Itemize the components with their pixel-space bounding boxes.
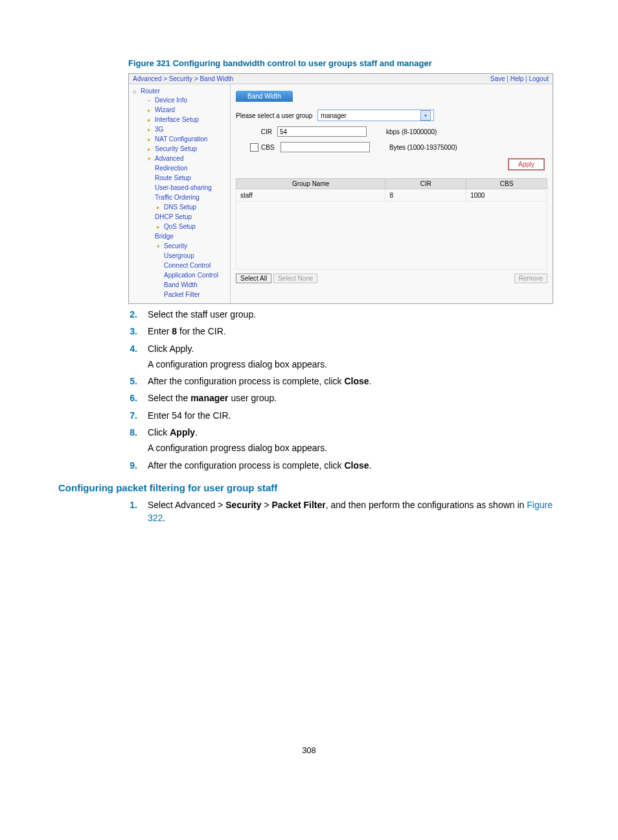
tab-band-width[interactable]: Band Width	[236, 91, 293, 102]
cir-label: CIR	[250, 128, 272, 135]
folder-icon: ▸	[155, 224, 161, 230]
step-num: 3.	[105, 325, 137, 338]
cbs-hint: Bytes (1000-19375000)	[389, 144, 457, 151]
step-body: Enter 54 for the CIR.	[148, 409, 560, 422]
step-body: Click Apply.	[148, 426, 560, 439]
cbs-label: CBS	[261, 144, 275, 151]
step-body: After the configuration process is compl…	[148, 375, 560, 388]
nav-route-setup[interactable]: Route Setup	[132, 173, 230, 183]
remove-button[interactable]: Remove	[514, 274, 547, 283]
apply-button[interactable]: Apply	[508, 158, 545, 170]
th-cir[interactable]: CIR	[385, 179, 466, 189]
nav-dns-setup[interactable]: ▸DNS Setup	[132, 202, 230, 212]
folder-icon: ▸	[146, 146, 152, 152]
groups-table: Group Name CIR CBS staff 8 1000	[236, 178, 547, 270]
cbs-input[interactable]	[280, 142, 370, 152]
main-pane: Band Width Please select a user group ma…	[230, 84, 553, 303]
nav-packet-filter[interactable]: Packet Filter	[132, 290, 230, 299]
nav-wizard[interactable]: ▸Wizard	[132, 105, 230, 115]
nav-root[interactable]: ⌂ Router	[132, 87, 230, 95]
select-all-button[interactable]: Select All	[236, 274, 271, 283]
logout-link[interactable]: Logout	[529, 75, 549, 82]
step-body: Select Advanced > Security > Packet Filt…	[148, 498, 560, 525]
step-followup: A configuration progress dialog box appe…	[148, 441, 560, 454]
nav-connect-control[interactable]: Connect Control	[132, 261, 230, 270]
folder-open-icon: ▾	[155, 243, 161, 250]
folder-icon: ▸	[146, 136, 152, 143]
nav-security-setup[interactable]: ▸Security Setup	[132, 144, 230, 154]
save-link[interactable]: Save	[490, 75, 505, 82]
section-heading: Configuring packet filtering for user gr…	[58, 482, 560, 493]
step-body: Enter 8 for the CIR.	[148, 325, 560, 338]
router-icon: ⌂	[132, 88, 138, 95]
nav-nat-configuration[interactable]: ▸NAT Configuration	[132, 134, 230, 144]
breadcrumb: Advanced > Security > Band Width	[133, 75, 233, 82]
help-link[interactable]: Help	[510, 75, 524, 82]
breadcrumb-bar: Advanced > Security > Band Width Save | …	[129, 74, 553, 84]
step-body: After the configuration process is compl…	[148, 459, 560, 472]
folder-icon: ▸	[146, 107, 152, 113]
nav-application-control[interactable]: Application Control	[132, 270, 230, 280]
step-num: 6.	[105, 391, 137, 404]
router-screenshot: Advanced > Security > Band Width Save | …	[128, 73, 553, 304]
table-empty-area	[236, 202, 547, 270]
nav-interface-setup[interactable]: ▸Interface Setup	[132, 115, 230, 124]
table-row[interactable]: staff 8 1000	[236, 189, 547, 202]
nav-usergroup[interactable]: Usergroup	[132, 251, 230, 261]
select-none-button[interactable]: Select None	[273, 274, 317, 283]
th-group-name[interactable]: Group Name	[236, 179, 385, 189]
step-num: 1.	[105, 498, 137, 511]
step-body: Select the manager user group.	[148, 391, 560, 404]
nav-3g[interactable]: ▸3G	[132, 124, 230, 134]
figure-title: Figure 321 Configuring bandwidth control…	[128, 58, 560, 68]
folder-icon: ▸	[155, 204, 161, 211]
th-cbs[interactable]: CBS	[466, 179, 547, 189]
nav-dhcp-setup[interactable]: DHCP Setup	[132, 212, 230, 222]
nav-tree: ⌂ Router ▫Device Info ▸Wizard ▸Interface…	[129, 84, 230, 303]
cbs-checkbox[interactable]	[250, 143, 258, 152]
cir-input[interactable]	[277, 126, 367, 137]
step-body: Select the staff user group.	[148, 308, 560, 321]
tab-strip: Band Width	[236, 89, 547, 102]
step-num: 4.	[105, 342, 137, 355]
step-num: 5.	[105, 375, 137, 388]
nav-redirection[interactable]: Redirection	[132, 163, 230, 173]
step-followup: A configuration progress dialog box appe…	[148, 358, 560, 371]
cir-hint: kbps (8-1000000)	[386, 128, 437, 135]
step-num: 7.	[105, 409, 137, 422]
nav-bridge[interactable]: Bridge	[132, 231, 230, 241]
usergroup-select[interactable]: manager ▾	[317, 110, 434, 121]
nav-advanced[interactable]: ▾Advanced	[132, 154, 230, 163]
nav-traffic-ordering[interactable]: Traffic Ordering	[132, 192, 230, 202]
step-body: Click Apply.	[148, 342, 560, 355]
page-number: 308	[58, 745, 560, 755]
folder-icon: ▸	[146, 117, 152, 123]
nav-device-info[interactable]: ▫Device Info	[132, 95, 230, 105]
folder-icon: ▸	[146, 126, 152, 133]
step-num: 8.	[105, 426, 137, 439]
nav-user-based-sharing[interactable]: User-based-sharing	[132, 183, 230, 192]
nav-band-width[interactable]: Band Width	[132, 280, 230, 290]
select-label: Please select a user group	[236, 112, 312, 119]
folder-open-icon: ▾	[146, 156, 152, 162]
chevron-down-icon: ▾	[420, 110, 431, 121]
step-num: 9.	[105, 459, 137, 472]
file-icon: ▫	[146, 97, 152, 104]
step-num: 2.	[105, 308, 137, 321]
nav-security[interactable]: ▾Security	[132, 241, 230, 251]
nav-qos-setup[interactable]: ▸QoS Setup	[132, 222, 230, 231]
